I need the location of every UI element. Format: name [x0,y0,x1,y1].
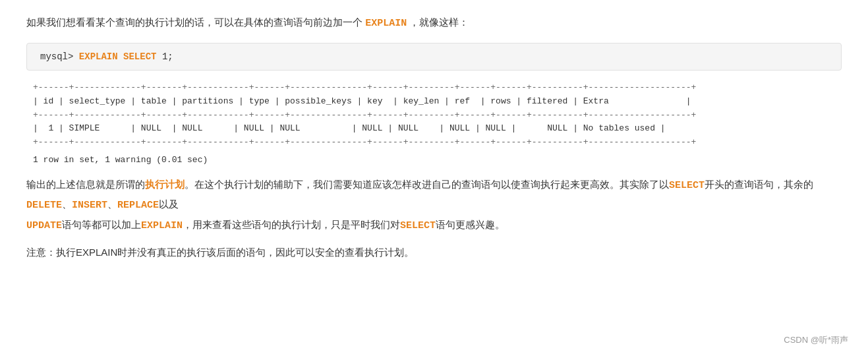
intro-text-after: ，就像这样： [409,16,469,28]
intro-explain-keyword: EXPLAIN [365,18,407,29]
body-p1-before: 输出的上述信息就是所谓的 [26,179,145,190]
code-rest: 1; [162,51,173,62]
mysql-prompt: mysql> [40,51,73,62]
body-delete-kw: DELETE [26,200,62,211]
body-paragraph-1: 输出的上述信息就是所谓的执行计划。在这个执行计划的辅助下，我们需要知道应该怎样改… [26,175,842,236]
table-separator-top: +------+-------------+-------+----------… [33,81,842,95]
body-update-kw: UPDATE [26,220,62,231]
body-and: 以及 [159,198,179,210]
body-insert-kw: INSERT [72,200,107,211]
body-p1-after: 。在这个执行计划的辅助下，我们需要知道应该怎样改进自己的查询语句以使查询执行起来… [185,179,669,190]
table-header-row: | id | select_type | table | partitions … [33,95,842,109]
table-data-row: | 1 | SIMPLE | NULL | NULL | NULL | NULL… [33,122,842,136]
body-end2: ，用来查看这些语句的执行计划，只是平时我们对 [183,219,400,230]
note-paragraph: 注意：执行EXPLAIN时并没有真正的执行该后面的语句，因此可以安全的查看执行计… [26,243,842,261]
row-count-text: 1 row in set, 1 warning (0.01 sec) [26,155,842,165]
body-explain-kw: EXPLAIN [141,220,183,231]
body-sep2: 、 [107,198,117,210]
body-end3: 语句更感兴趣。 [436,219,505,230]
select-keyword: SELECT [123,51,156,62]
body-replace-kw: REPLACE [117,200,159,211]
body-p1-middle: 开头的查询语句，其余的 [705,179,813,190]
explain-keyword: EXPLAIN [79,51,118,62]
explain-output-table: +------+-------------+-------+----------… [26,81,842,150]
code-block: mysql> EXPLAIN SELECT 1; [26,43,842,71]
execution-plan-link: 执行计划 [145,179,185,191]
csdn-watermark: CSDN @听*雨声 [784,334,848,346]
body-select-kw: SELECT [669,180,705,191]
intro-paragraph: 如果我们想看看某个查询的执行计划的话，可以在具体的查询语句前边加一个 EXPLA… [26,13,842,32]
body-sep1: 、 [62,198,72,210]
body-select2-kw: SELECT [400,220,436,231]
table-separator-bottom: +------+-------------+-------+----------… [33,136,842,150]
intro-text-before: 如果我们想看看某个查询的执行计划的话，可以在具体的查询语句前边加一个 [26,16,362,28]
table-separator-header: +------+-------------+-------+----------… [33,109,842,123]
body-end1: 语句等都可以加上 [62,219,141,230]
